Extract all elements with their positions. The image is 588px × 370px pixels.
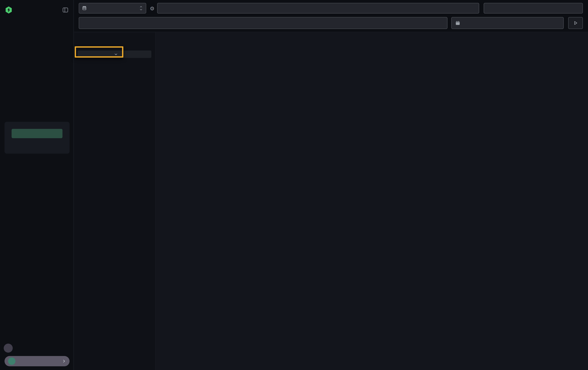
calendar-icon: [455, 20, 460, 26]
avatar: [8, 358, 15, 365]
more-filters-button[interactable]: [78, 50, 151, 58]
gear-icon[interactable]: ⚙: [148, 4, 156, 12]
user-menu[interactable]: [4, 356, 70, 366]
database-icon: [82, 6, 87, 11]
get-started-button[interactable]: [11, 129, 63, 138]
collapse-sidebar-icon[interactable]: [62, 7, 69, 13]
unfold-icon: [139, 5, 143, 11]
date-range-picker[interactable]: [451, 17, 564, 29]
top-toolbar: ⚙: [74, 0, 588, 32]
chevron-right-icon: [62, 359, 66, 363]
help-button[interactable]: [4, 344, 13, 353]
sql-select-editor[interactable]: [157, 3, 479, 13]
source-select[interactable]: [79, 3, 146, 13]
order-by-editor[interactable]: [484, 3, 583, 13]
chart-region: [156, 32, 588, 370]
duration-heatmap: [173, 39, 586, 87]
logo-row: [0, 5, 74, 15]
hyperdx-logo-icon: [5, 6, 12, 14]
hyperdx-app: ⚙: [0, 0, 588, 370]
chevron-down-icon: [114, 52, 118, 56]
play-triangle-icon: [573, 21, 578, 25]
sidebar: [0, 0, 74, 370]
run-query-button[interactable]: [568, 17, 583, 29]
clickhouse-promo-card: [4, 122, 70, 154]
heatmap-canvas[interactable]: [173, 39, 586, 87]
filter-panel: [74, 32, 156, 370]
search-bar[interactable]: [79, 17, 447, 29]
